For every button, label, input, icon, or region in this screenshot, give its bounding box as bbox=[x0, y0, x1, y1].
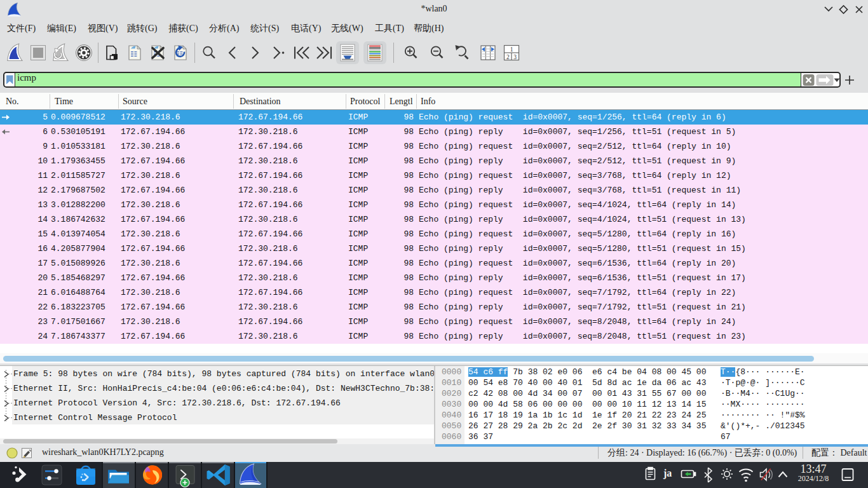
svg-text:2: 2 bbox=[506, 54, 510, 60]
svg-text:3: 3 bbox=[513, 54, 517, 60]
svg-text:1: 1 bbox=[510, 46, 513, 53]
